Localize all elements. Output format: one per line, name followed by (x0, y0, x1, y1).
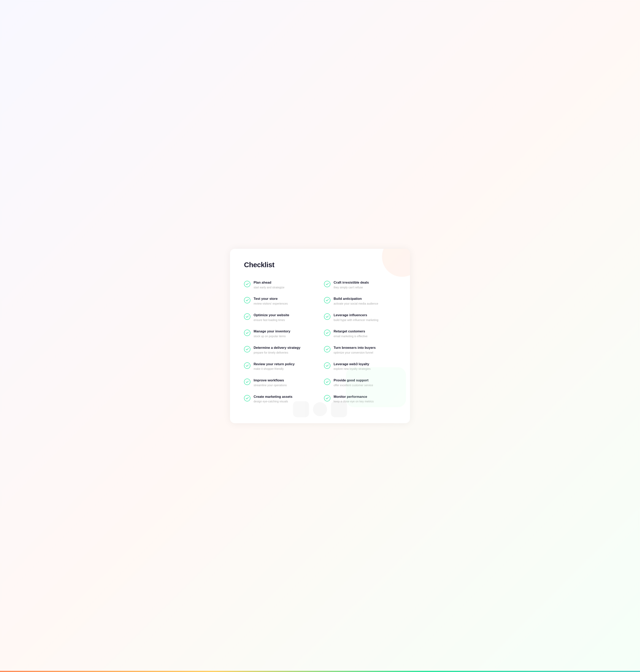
item-text-web3-loyalty: Leverage web3 loyalty explore new loyalt… (334, 362, 370, 371)
item-subtitle-monitor-performance: keep a close eye on key metrics (334, 399, 374, 404)
item-subtitle-improve-workflows: streamline your operations (253, 383, 287, 388)
checklist-item-web3-loyalty[interactable]: Leverage web3 loyalty explore new loyalt… (320, 359, 396, 375)
check-icon-delivery-strategy (244, 346, 250, 352)
item-title-turn-browsers: Turn browsers into buyers (334, 346, 376, 350)
check-icon-build-anticipation (324, 297, 330, 303)
checkmark-svg (246, 397, 249, 400)
check-icon-optimize-website (244, 313, 250, 320)
bottom-bar (0, 671, 640, 672)
checklist-item-craft-deals[interactable]: Craft irresistible deals they simply can… (320, 277, 396, 293)
check-icon-craft-deals (324, 281, 330, 287)
item-text-build-anticipation: Build anticipation activate your social … (334, 296, 378, 306)
item-subtitle-test-store: review visitors' experiences (253, 302, 288, 306)
checkmark-svg (325, 380, 329, 383)
checklist-item-improve-workflows[interactable]: Improve workflows streamline your operat… (244, 375, 320, 391)
item-title-provide-support: Provide good support (334, 378, 373, 383)
item-text-turn-browsers: Turn browsers into buyers optimize your … (334, 346, 376, 355)
item-title-improve-workflows: Improve workflows (253, 378, 287, 383)
item-title-delivery-strategy: Determine a delivery strategy (253, 346, 301, 350)
item-subtitle-optimize-website: ensure fast loading times (253, 318, 289, 322)
checklist-item-retarget-customers[interactable]: Retarget customers email marketing is ef… (320, 326, 396, 342)
item-text-return-policy: Review your return policy make it shoppe… (253, 362, 295, 371)
checkmark-svg (246, 348, 249, 351)
checklist-item-manage-inventory[interactable]: Manage your inventory stock up on popula… (244, 326, 320, 342)
checklist-card: Checklist Plan ahead start early and str… (230, 249, 410, 423)
item-subtitle-provide-support: offer excellent customer service (334, 383, 373, 388)
item-title-craft-deals: Craft irresistible deals (334, 280, 369, 285)
checklist-item-plan-ahead[interactable]: Plan ahead start early and strategize (244, 277, 320, 293)
item-title-build-anticipation: Build anticipation (334, 296, 378, 301)
checklist-item-provide-support[interactable]: Provide good support offer excellent cus… (320, 375, 396, 391)
checkmark-svg (246, 380, 249, 383)
item-text-craft-deals: Craft irresistible deals they simply can… (334, 280, 369, 290)
item-title-leverage-influencers: Leverage influencers (334, 313, 378, 317)
item-subtitle-delivery-strategy: prepare for timely deliveries (253, 351, 301, 355)
checkmark-svg (325, 298, 329, 302)
item-title-test-store: Test your store (253, 296, 288, 301)
checkmark-svg (246, 364, 249, 367)
checkmark-svg (246, 315, 249, 318)
item-text-leverage-influencers: Leverage influencers build hype with inf… (334, 313, 378, 322)
item-title-monitor-performance: Monitor performance (334, 395, 374, 399)
item-text-provide-support: Provide good support offer excellent cus… (334, 378, 373, 388)
check-icon-leverage-influencers (324, 313, 330, 320)
checklist-item-optimize-website[interactable]: Optimize your website ensure fast loadin… (244, 309, 320, 326)
checkmark-svg (325, 315, 329, 318)
item-text-manage-inventory: Manage your inventory stock up on popula… (253, 329, 290, 338)
checkmark-svg (246, 282, 249, 286)
item-subtitle-plan-ahead: start early and strategize (253, 286, 285, 290)
checklist-item-delivery-strategy[interactable]: Determine a delivery strategy prepare fo… (244, 342, 320, 359)
item-subtitle-return-policy: make it shopper-friendly (253, 367, 295, 371)
item-subtitle-retarget-customers: email marketing is effective (334, 334, 368, 338)
check-icon-monitor-performance (324, 395, 330, 401)
item-text-improve-workflows: Improve workflows streamline your operat… (253, 378, 287, 388)
checklist-item-turn-browsers[interactable]: Turn browsers into buyers optimize your … (320, 342, 396, 359)
item-title-manage-inventory: Manage your inventory (253, 329, 290, 334)
check-icon-web3-loyalty (324, 362, 330, 369)
checkmark-svg (246, 298, 249, 302)
checkmark-svg (325, 331, 329, 334)
item-text-optimize-website: Optimize your website ensure fast loadin… (253, 313, 289, 322)
check-icon-test-store (244, 297, 250, 303)
checklist-item-marketing-assets[interactable]: Create marketing assets design eye-catch… (244, 391, 320, 407)
item-text-plan-ahead: Plan ahead start early and strategize (253, 280, 285, 290)
checklist-item-leverage-influencers[interactable]: Leverage influencers build hype with inf… (320, 309, 396, 326)
item-text-marketing-assets: Create marketing assets design eye-catch… (253, 395, 292, 404)
checklist-item-test-store[interactable]: Test your store review visitors' experie… (244, 293, 320, 309)
item-title-return-policy: Review your return policy (253, 362, 295, 366)
check-icon-improve-workflows (244, 379, 250, 385)
item-title-plan-ahead: Plan ahead (253, 280, 285, 285)
item-title-optimize-website: Optimize your website (253, 313, 289, 317)
item-subtitle-leverage-influencers: build hype with influencer marketing (334, 318, 378, 322)
check-icon-turn-browsers (324, 346, 330, 352)
checklist-item-monitor-performance[interactable]: Monitor performance keep a close eye on … (320, 391, 396, 407)
item-text-test-store: Test your store review visitors' experie… (253, 296, 288, 306)
checkmark-svg (325, 282, 329, 286)
checklist-item-build-anticipation[interactable]: Build anticipation activate your social … (320, 293, 396, 309)
item-text-monitor-performance: Monitor performance keep a close eye on … (334, 395, 374, 404)
checklist-grid: Plan ahead start early and strategize Cr… (244, 277, 396, 407)
item-subtitle-turn-browsers: optimize your conversion funnel (334, 351, 376, 355)
checkmark-svg (325, 364, 329, 367)
item-subtitle-build-anticipation: activate your social media audience (334, 302, 378, 306)
check-icon-manage-inventory (244, 330, 250, 336)
check-icon-retarget-customers (324, 330, 330, 336)
check-icon-marketing-assets (244, 395, 250, 401)
item-subtitle-manage-inventory: stock up on popular items (253, 334, 290, 338)
item-subtitle-web3-loyalty: explore new loyalty strategies (334, 367, 370, 371)
item-title-marketing-assets: Create marketing assets (253, 395, 292, 399)
item-title-retarget-customers: Retarget customers (334, 329, 368, 334)
checklist-item-return-policy[interactable]: Review your return policy make it shoppe… (244, 359, 320, 375)
check-icon-provide-support (324, 379, 330, 385)
item-title-web3-loyalty: Leverage web3 loyalty (334, 362, 370, 366)
checkmark-svg (325, 348, 329, 351)
page-title: Checklist (244, 261, 396, 269)
item-text-retarget-customers: Retarget customers email marketing is ef… (334, 329, 368, 338)
item-subtitle-marketing-assets: design eye-catching visuals (253, 399, 292, 404)
item-text-delivery-strategy: Determine a delivery strategy prepare fo… (253, 346, 301, 355)
check-icon-return-policy (244, 362, 250, 369)
checkmark-svg (246, 331, 249, 334)
checkmark-svg (325, 397, 329, 400)
item-subtitle-craft-deals: they simply can't refuse (334, 286, 369, 290)
check-icon-plan-ahead (244, 281, 250, 287)
